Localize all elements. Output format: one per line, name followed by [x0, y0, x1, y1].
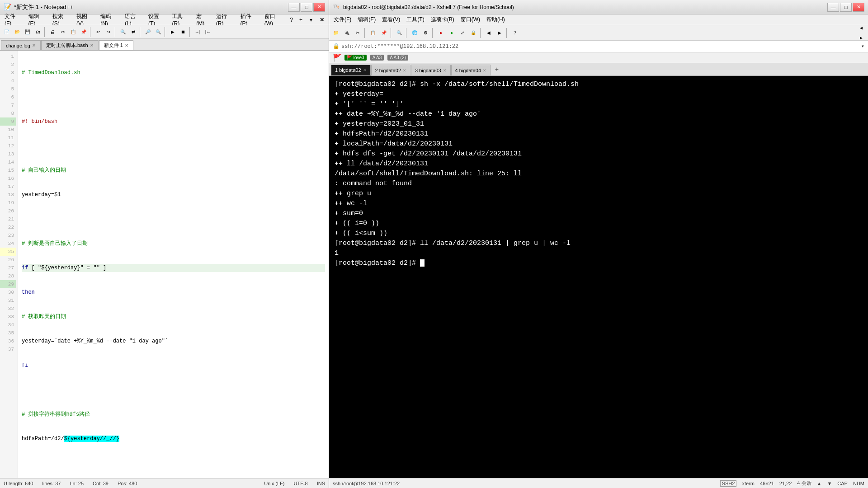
xs-tab-bigdata02-2[interactable]: 2 bigdata02 ✕: [371, 65, 411, 75]
xs-menu-tools[interactable]: 工具(T): [404, 15, 427, 24]
xs-menu-file[interactable]: 文件(F): [331, 15, 354, 24]
zoomout-btn[interactable]: 🔍: [153, 27, 163, 37]
xs-menu-window[interactable]: 窗口(W): [458, 15, 483, 24]
xs-tab-close-4[interactable]: ✕: [483, 68, 486, 73]
xs-find[interactable]: 🔍: [394, 28, 404, 38]
outdent-btn[interactable]: |←: [203, 27, 213, 37]
xs-lock[interactable]: 🔒: [468, 28, 478, 38]
tab-script[interactable]: 定时上传脚本.bash ✕: [41, 40, 99, 50]
xs-tab-close-3[interactable]: ✕: [443, 68, 447, 73]
maximize-button[interactable]: □: [301, 3, 312, 12]
xs-tab-bigdata04[interactable]: 4 bigdata04 ✕: [451, 65, 491, 75]
xs-help[interactable]: ?: [510, 28, 520, 38]
xs-red[interactable]: ●: [436, 28, 446, 38]
tab-newfile[interactable]: 新文件 1 ✕: [99, 40, 133, 50]
xs-globe[interactable]: 🌐: [410, 28, 420, 38]
xs-address-arrow[interactable]: ▾: [861, 43, 864, 50]
xshell-maximize-button[interactable]: □: [840, 3, 852, 12]
code-editor[interactable]: # TimedDownload.sh #! bin/bash # 自己输入的日期…: [18, 51, 329, 478]
tab-close-changelog[interactable]: ✕: [32, 43, 36, 48]
xs-menu-tabs[interactable]: 选项卡(B): [428, 15, 457, 24]
xs-connect[interactable]: 🔌: [342, 28, 352, 38]
save-btn[interactable]: 💾: [23, 27, 33, 37]
xshell-panel: 🐚 bigdata02 - root@bigdata02:/data/d2 - …: [329, 0, 868, 488]
xshell-minimize-button[interactable]: —: [827, 3, 839, 12]
xs-nav-fwd[interactable]: ▶: [495, 28, 505, 38]
toolbar-extra2[interactable]: ▾: [307, 16, 315, 24]
xs-status-up-arrow[interactable]: ▲: [817, 481, 822, 486]
copy-btn[interactable]: 📋: [68, 27, 78, 37]
xs-copy[interactable]: 📋: [368, 28, 378, 38]
close-tab-x[interactable]: ✕: [317, 16, 327, 24]
xs-status-sessions: 4 会话: [797, 480, 811, 487]
xs-tab-close-2[interactable]: ✕: [403, 68, 406, 73]
find-btn[interactable]: 🔍: [118, 27, 128, 37]
code-line-3: #! bin/bash: [22, 117, 325, 126]
toolbar-extra1[interactable]: +: [297, 16, 305, 24]
status-ln: Ln: 25: [70, 481, 84, 486]
bookmark-love3[interactable]: 🚩 love3: [344, 55, 367, 61]
replace-btn[interactable]: ⇄: [128, 27, 138, 37]
run-macro-btn[interactable]: ▶: [168, 27, 178, 37]
notepad-statusbar: U length: 640 lines: 37 Ln: 25 Col: 39 P…: [0, 478, 329, 488]
term-line-7: + localPath=/data/d2/20230131: [335, 139, 863, 149]
xs-tab-bigdata02-1[interactable]: 1 bigdata02 ✕: [331, 65, 371, 75]
xs-status-down-arrow[interactable]: ▼: [827, 481, 832, 486]
xs-green[interactable]: ●: [447, 28, 457, 38]
xs-expand[interactable]: ⤢: [458, 28, 467, 38]
notepad-title: *新文件 1 - Notepad++: [14, 3, 73, 11]
minimize-button[interactable]: —: [288, 3, 300, 12]
zoomin-btn[interactable]: 🔎: [143, 27, 153, 37]
xs-tab-bigdata03[interactable]: 3 bigdata03 ✕: [411, 65, 451, 75]
xs-menu-help[interactable]: 帮助(H): [484, 15, 508, 24]
code-line-8: # 判断是否自己输入了日期: [22, 239, 325, 248]
xs-nav-back[interactable]: ◀: [484, 28, 494, 38]
tab-close-script[interactable]: ✕: [90, 43, 94, 48]
code-line-11: # 获取昨天的日期: [22, 313, 325, 321]
term-line-9: ++ ll /data/d2/20230131: [335, 159, 863, 169]
bookmark-flag: 🚩: [333, 53, 342, 62]
tab-close-newfile[interactable]: ✕: [125, 43, 128, 48]
xshell-close-button[interactable]: ✕: [853, 3, 864, 12]
xshell-toolbar: 📁 🔌 ✂ 📋 📌 🔍 🌐 ⚙ ● ● ⤢ 🔒 ◀ ▶ ? ◀ ▶: [329, 25, 868, 41]
xs-add-tab-button[interactable]: +: [492, 65, 502, 75]
paste-btn[interactable]: 📌: [79, 27, 89, 37]
term-line-1: [root@bigdata02 d2]# sh -x /data/soft/sh…: [335, 80, 863, 89]
xs-status-protocol: SSH2: [720, 480, 737, 487]
notepad-toolbar: 📄 📂 💾 🗂 🖨 ✂ 📋 📌 ↩ ↪ 🔍 ⇄ 🔎 🔍 ▶ ⏹ →| |←: [0, 25, 329, 39]
xshell-addressbar: 🔒 ssh://root:*******@192.168.10.121:22 ▾: [329, 41, 868, 52]
xshell-statusbar: ssh://root@192.168.10.121:22 SSH2 xterm …: [329, 478, 868, 488]
xs-paste[interactable]: 📌: [379, 28, 389, 38]
terminal-output[interactable]: [root@bigdata02 d2]# sh -x /data/soft/sh…: [329, 76, 868, 478]
term-line-13: ++ wc -l: [335, 199, 863, 209]
term-line-2: + yesterday=: [335, 89, 863, 99]
code-line-10: then: [22, 288, 325, 296]
xs-status-cap: CAP: [837, 481, 848, 486]
xs-menu-view[interactable]: 查看(V): [379, 15, 403, 24]
save-all-btn[interactable]: 🗂: [33, 27, 43, 37]
open-btn[interactable]: 📂: [12, 27, 22, 37]
redo-btn[interactable]: ↪: [104, 27, 113, 37]
indent-btn[interactable]: →|: [193, 27, 203, 37]
tab-changelog[interactable]: change.log ✕: [1, 40, 41, 50]
bookmark-a3[interactable]: A A3: [370, 55, 384, 61]
xs-disconnect[interactable]: ✂: [353, 28, 363, 38]
new-btn[interactable]: 📄: [2, 27, 12, 37]
cut-btn[interactable]: ✂: [58, 27, 68, 37]
close-button[interactable]: ✕: [313, 3, 325, 12]
menu-help[interactable]: ?: [287, 16, 296, 24]
ssh-address: ssh://root:*******@192.168.10.121:22: [341, 43, 458, 50]
xs-menu-edit[interactable]: 编辑(E): [355, 15, 378, 24]
term-line-16: + (( i<sum )): [335, 229, 863, 239]
xs-settings[interactable]: ⚙: [420, 28, 430, 38]
editor-area[interactable]: 1 2 3 4 5 6 7 8 9 10 11 12 13 14 15 16 1…: [0, 51, 329, 478]
xs-new-session[interactable]: 📁: [331, 28, 341, 38]
undo-btn[interactable]: ↩: [93, 27, 103, 37]
code-line-13: fi: [22, 361, 325, 370]
print-btn[interactable]: 🖨: [47, 27, 57, 37]
xs-tab-close-1[interactable]: ✕: [363, 68, 367, 72]
term-line-6: + hdfsPath=/d2/20230131: [335, 129, 863, 139]
xs-scroll-left[interactable]: ◀: [856, 23, 866, 33]
stop-macro-btn[interactable]: ⏹: [178, 27, 188, 37]
bookmark-a3-2[interactable]: A A3 (2): [387, 55, 408, 61]
